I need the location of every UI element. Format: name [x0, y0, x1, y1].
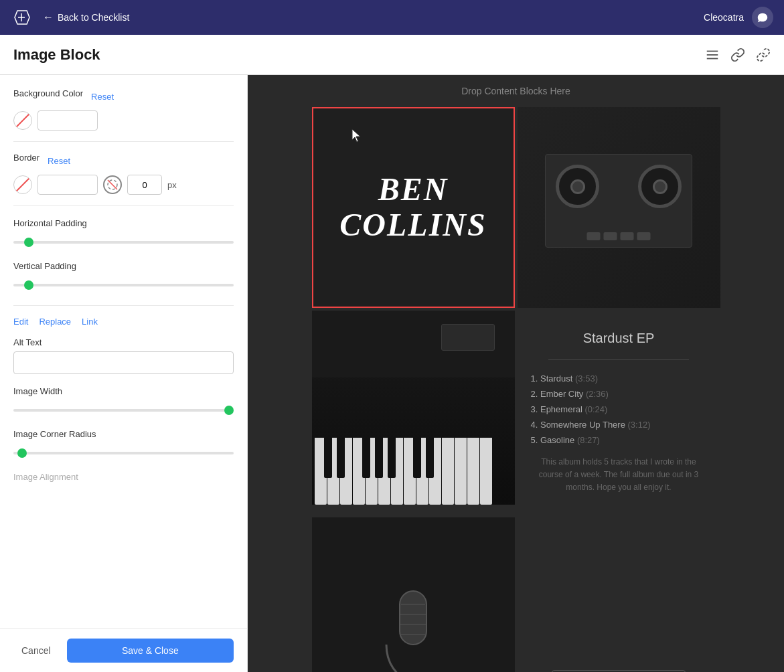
- content-row-3: Download: [312, 517, 720, 672]
- piano-visual: [312, 311, 515, 505]
- piano-top: [312, 311, 515, 377]
- image-corner-radius-section: Image Corner Radius: [13, 428, 234, 460]
- artist-name-block[interactable]: BEN COLLINS: [312, 107, 515, 308]
- track-item-3: 3. Ephemeral (0:24): [531, 402, 707, 417]
- track-time-2: (2:36): [586, 389, 609, 399]
- border-width-input[interactable]: [127, 175, 162, 195]
- track-item-2: 2. Ember City (2:36): [531, 386, 707, 402]
- alt-text-label: Alt Text: [13, 337, 234, 347]
- logo-icon: [12, 8, 31, 27]
- album-description: This album holds 5 tracks that I wrote i…: [531, 456, 707, 495]
- sub-nav: Image Block: [0, 35, 784, 75]
- album-info-block: Stardust EP 1. Stardust (3:53) 2. Ember …: [518, 311, 720, 515]
- border-style-icon: [106, 179, 119, 191]
- track-time-3: (0:24): [584, 404, 607, 414]
- image-width-slider-container: [13, 397, 234, 417]
- alt-text-input[interactable]: [13, 351, 234, 374]
- ctrl-btn-4: [637, 232, 651, 240]
- sub-nav-actions: [705, 48, 771, 62]
- track-title-2: Ember City: [540, 389, 586, 399]
- bk-6: [413, 438, 421, 478]
- track-time-1: (3:53): [575, 373, 598, 384]
- content-row-2: Stardust EP 1. Stardust (3:53) 2. Ember …: [312, 311, 720, 515]
- v-padding-slider[interactable]: [13, 284, 234, 286]
- cancel-button[interactable]: Cancel: [13, 639, 59, 663]
- bg-color-reset[interactable]: Reset: [91, 92, 114, 102]
- chat-button[interactable]: [752, 7, 773, 28]
- piano-control-box: [441, 324, 495, 351]
- bk-4: [375, 438, 383, 478]
- track-title-5: Gasoline: [540, 435, 577, 445]
- reel-right: [638, 165, 682, 208]
- track-num-2: 2.: [531, 389, 540, 399]
- link-link[interactable]: Link: [82, 317, 98, 327]
- left-panel-inner: Background Color Reset Border Reset: [0, 75, 247, 672]
- track-item-1: 1. Stardust (3:53): [531, 371, 707, 386]
- piano-block: [312, 311, 515, 505]
- app-logo: [11, 7, 32, 28]
- image-width-slider[interactable]: [13, 409, 234, 412]
- image-corner-radius-label: Image Corner Radius: [13, 429, 96, 439]
- mic-visual: [312, 517, 515, 672]
- border-color-swatch-none[interactable]: [13, 175, 32, 194]
- bg-color-row: [13, 110, 234, 131]
- h-padding-slider-container: [13, 229, 234, 249]
- border-color-input[interactable]: [37, 175, 98, 195]
- link-icon[interactable]: [730, 48, 745, 62]
- action-links: Edit Replace Link: [13, 317, 234, 327]
- track-item-5: 5. Gasoline (8:27): [531, 432, 707, 448]
- tape-recorder-visual: [545, 154, 692, 261]
- v-padding-section: Vertical Padding: [13, 260, 234, 292]
- border-label-row: Border Reset: [13, 153, 234, 169]
- replace-link[interactable]: Replace: [39, 317, 71, 327]
- save-close-button[interactable]: Save & Close: [67, 639, 234, 663]
- artist-first-name: BEN: [378, 171, 449, 207]
- border-style-circle[interactable]: [103, 175, 122, 194]
- v-padding-label: Vertical Padding: [13, 261, 76, 271]
- artist-last-name: COLLINS: [339, 207, 486, 242]
- border-section: Border Reset px: [13, 153, 234, 195]
- unlink-icon[interactable]: [756, 48, 771, 62]
- left-panel: Background Color Reset Border Reset: [0, 75, 248, 672]
- track-num-4: 4.: [531, 420, 540, 430]
- bg-color-swatch-none[interactable]: [13, 111, 32, 130]
- drop-zone-label: Drop Content Blocks Here: [461, 86, 570, 96]
- track-num-3: 3.: [531, 404, 540, 414]
- bk-5: [388, 438, 396, 478]
- reel-left-inner: [570, 179, 585, 194]
- border-label: Border: [13, 153, 40, 163]
- svg-rect-10: [400, 591, 426, 645]
- border-row: px: [13, 175, 234, 195]
- bk-7: [426, 438, 434, 478]
- bg-color-label-row: Background Color Reset: [13, 88, 234, 105]
- reel-left: [556, 165, 599, 208]
- image-width-label: Image Width: [13, 386, 62, 396]
- album-title: Stardust EP: [583, 331, 655, 346]
- track-time-5: (8:27): [577, 435, 600, 445]
- content-panel: Drop Content Blocks Here BEN COLLINS: [248, 75, 784, 672]
- bk-2: [337, 438, 345, 478]
- track-list: 1. Stardust (3:53) 2. Ember City (2:36) …: [531, 371, 707, 448]
- image-corner-radius-slider[interactable]: [13, 452, 234, 454]
- mic-block: [312, 517, 515, 672]
- alt-text-section: Alt Text: [13, 337, 234, 385]
- tape-recorder-block: [518, 107, 720, 308]
- user-name: Cleocatra: [704, 12, 744, 23]
- back-button[interactable]: ← Back to Checklist: [43, 11, 129, 23]
- nav-left: ← Back to Checklist: [11, 7, 129, 28]
- image-alignment-label: Image Alignment: [13, 472, 78, 482]
- h-padding-slider[interactable]: [13, 241, 234, 244]
- edit-link[interactable]: Edit: [13, 317, 28, 327]
- track-time-4: (3:12): [628, 420, 651, 430]
- menu-icon[interactable]: [705, 48, 720, 62]
- border-reset[interactable]: Reset: [48, 156, 70, 166]
- main-layout: Background Color Reset Border Reset: [0, 75, 784, 672]
- track-item-4: 4. Somewhere Up There (3:12): [531, 417, 707, 432]
- image-width-section: Image Width: [13, 385, 234, 417]
- bg-color-input[interactable]: [37, 110, 98, 131]
- drop-zone: Drop Content Blocks Here: [248, 75, 784, 107]
- image-alignment-section: Image Alignment: [13, 471, 234, 483]
- reel-right-inner: [653, 179, 668, 194]
- chat-icon: [757, 11, 769, 23]
- download-button[interactable]: Download: [552, 670, 686, 672]
